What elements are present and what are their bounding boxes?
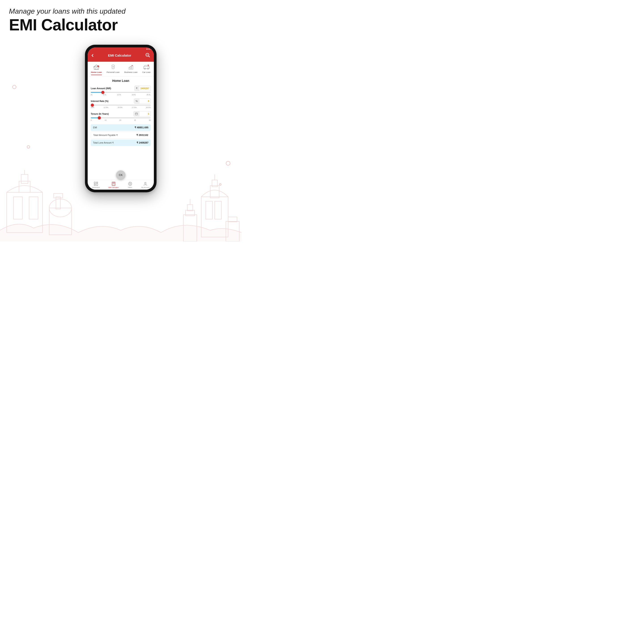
app-header: EMI Calculator bbox=[88, 51, 154, 62]
svg-point-31 bbox=[132, 65, 133, 66]
back-button[interactable] bbox=[91, 53, 94, 58]
content-area: Home Loan Loan Amount (INR) ₹ 2409287 bbox=[88, 77, 154, 180]
tenure-prefix bbox=[134, 111, 139, 116]
svg-rect-25 bbox=[95, 68, 97, 70]
loan-slider-fill bbox=[91, 92, 103, 93]
svg-rect-47 bbox=[112, 183, 115, 183]
svg-point-54 bbox=[129, 183, 130, 183]
tab-car-loan[interactable]: Car Loan bbox=[141, 64, 151, 75]
svg-rect-10 bbox=[201, 197, 228, 237]
loan-amount-section: Loan Amount (INR) ₹ 2409287 0L bbox=[91, 86, 151, 96]
offers-icon bbox=[128, 181, 133, 186]
svg-rect-16 bbox=[183, 215, 197, 241]
svg-rect-9 bbox=[54, 193, 63, 198]
phone-shell: EMI Calculator bbox=[85, 45, 157, 192]
interest-slider-labels: 10% 12.5% 15.0% 17.5% 20.0% bbox=[91, 106, 151, 108]
loan-amount-label: Loan Amount (INR) bbox=[91, 87, 111, 90]
interest-rate-input[interactable]: % 8 bbox=[134, 98, 151, 104]
phone-wrapper: EMI Calculator bbox=[85, 45, 157, 192]
total-payable-row: Total IAmount Payable ₹ ₹ 2931102 bbox=[91, 132, 151, 139]
svg-rect-1 bbox=[13, 197, 22, 219]
tab-home-loan[interactable]: Home Loan bbox=[90, 64, 103, 75]
loan-amount-input[interactable]: ₹ 2409287 bbox=[134, 86, 151, 91]
tab-business-loan[interactable]: Business Loan bbox=[123, 64, 138, 75]
tenure-label: Tenure (In Years) bbox=[91, 113, 109, 115]
dashboard-label: Dashboard bbox=[92, 187, 100, 188]
header-area: Manage your loans with this updated EMI … bbox=[9, 7, 233, 34]
signal-dot-3 bbox=[150, 49, 152, 50]
tenure-input[interactable]: 5 bbox=[133, 111, 151, 117]
status-bar bbox=[88, 47, 154, 51]
loan-amount-slider[interactable]: 0L 6.5L 12.5L 18.5L 25.0L bbox=[91, 92, 151, 96]
my-account-icon bbox=[143, 181, 148, 186]
nav-my-account[interactable]: My Account bbox=[141, 181, 149, 188]
svg-rect-14 bbox=[212, 180, 217, 187]
nav-dashboard[interactable]: Dashboard bbox=[92, 181, 100, 188]
tenure-value: 5 bbox=[139, 113, 150, 115]
offers-label: Offers bbox=[128, 187, 132, 188]
loan-amount-prefix: ₹ bbox=[135, 86, 139, 91]
svg-rect-0 bbox=[7, 192, 42, 233]
search-icon[interactable] bbox=[145, 52, 151, 58]
ck-fab-button[interactable]: CK bbox=[116, 170, 125, 180]
home-loan-icon bbox=[93, 64, 100, 70]
nav-emi-calculator[interactable]: EMI Calculator bbox=[108, 181, 119, 188]
svg-rect-11 bbox=[206, 201, 212, 219]
svg-rect-17 bbox=[186, 210, 195, 216]
tagline: Manage your loans with this updated bbox=[9, 7, 233, 16]
loan-slider-thumb bbox=[101, 91, 104, 94]
svg-rect-18 bbox=[187, 205, 193, 211]
main-title: EMI Calculator bbox=[9, 16, 233, 34]
phone-screen: EMI Calculator bbox=[88, 47, 154, 190]
app-title: EMI Calculator bbox=[108, 53, 131, 57]
emi-value: ₹ 48851.695 bbox=[135, 126, 148, 129]
ck-fab-label: CK bbox=[119, 174, 123, 177]
svg-rect-24 bbox=[94, 67, 99, 70]
interest-rate-section: Interest Rate (%) % 8 10% 1 bbox=[91, 98, 151, 109]
personal-loan-icon: ₹ bbox=[110, 64, 117, 70]
personal-loan-label: Personal Loan bbox=[107, 71, 120, 73]
svg-rect-13 bbox=[210, 186, 219, 198]
tenure-slider-thumb bbox=[98, 116, 101, 119]
svg-rect-21 bbox=[228, 217, 237, 222]
emi-calculator-icon bbox=[111, 181, 116, 186]
interest-rate-prefix: % bbox=[134, 99, 139, 104]
svg-rect-20 bbox=[226, 221, 239, 241]
svg-rect-44 bbox=[94, 184, 95, 186]
tenure-slider-labels: 0 10 20 25 30 bbox=[91, 119, 151, 121]
nav-offers[interactable]: Offers bbox=[128, 181, 133, 188]
svg-rect-46 bbox=[112, 182, 115, 186]
svg-rect-12 bbox=[215, 201, 221, 219]
total-loan-label: Total Lone Amount ₹ bbox=[93, 142, 114, 144]
svg-rect-38 bbox=[135, 113, 138, 115]
interest-rate-label: Interest Rate (%) bbox=[91, 100, 108, 102]
loan-tabs: Home Loan ₹ Personal Loan bbox=[88, 62, 154, 77]
business-loan-label: Business Loan bbox=[124, 71, 138, 73]
active-underline bbox=[91, 75, 102, 75]
svg-rect-43 bbox=[96, 182, 98, 183]
signal-dot-2 bbox=[148, 49, 150, 50]
my-account-label: My Account bbox=[141, 187, 149, 188]
interest-rate-value: 8 bbox=[139, 100, 150, 102]
interest-slider[interactable]: 10% 12.5% 15.0% 17.5% 20.0% bbox=[91, 105, 151, 108]
svg-point-26 bbox=[97, 65, 99, 67]
svg-rect-4 bbox=[21, 174, 28, 183]
svg-rect-28 bbox=[129, 68, 130, 69]
svg-rect-2 bbox=[29, 197, 38, 219]
tab-personal-loan[interactable]: ₹ Personal Loan bbox=[106, 64, 121, 75]
bottom-nav: Dashboard EMI Calculator bbox=[88, 180, 154, 190]
emi-calculator-label: EMI Calculator bbox=[108, 187, 119, 188]
tenure-section: Tenure (In Years) 5 bbox=[91, 111, 151, 122]
total-loan-row: Total Lone Amount ₹ ₹ 2409287 bbox=[91, 140, 151, 146]
svg-rect-6 bbox=[49, 208, 72, 235]
total-payable-value: ₹ 2931102 bbox=[136, 134, 148, 137]
svg-rect-42 bbox=[94, 182, 95, 184]
business-loan-icon bbox=[127, 64, 135, 70]
total-payable-label: Total IAmount Payable ₹ bbox=[93, 134, 118, 136]
signal-dot-1 bbox=[146, 49, 148, 50]
tenure-slider[interactable]: 0 10 20 25 30 bbox=[91, 117, 151, 121]
svg-line-53 bbox=[129, 183, 131, 185]
loan-slider-labels: 0L 6.5L 12.5L 18.5L 25.0L bbox=[91, 94, 151, 96]
car-loan-icon bbox=[143, 64, 150, 70]
loan-amount-value: 2409287 bbox=[139, 87, 150, 90]
